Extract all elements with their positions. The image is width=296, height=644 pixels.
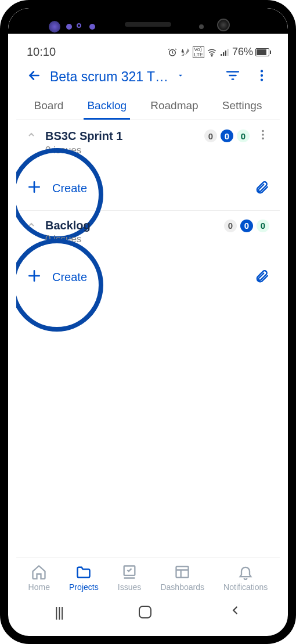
- create-label: Create: [52, 271, 87, 284]
- wifi-icon: [207, 47, 217, 57]
- nav-dashboards[interactable]: Dashboards: [160, 564, 204, 592]
- android-home-button[interactable]: [139, 606, 151, 618]
- nav-label: Dashboards: [160, 582, 204, 592]
- sprint-subtitle: 0 issues: [45, 145, 269, 156]
- nav-home[interactable]: Home: [28, 564, 50, 592]
- status-icons: Vo)LTE 76%: [167, 46, 269, 58]
- nav-projects[interactable]: Projects: [69, 564, 99, 592]
- svg-rect-9: [176, 567, 189, 578]
- nav-label: Issues: [118, 582, 141, 592]
- vibrate-icon: [180, 47, 190, 57]
- nav-label: Home: [28, 582, 50, 592]
- tab-board[interactable]: Board: [31, 95, 67, 120]
- svg-point-2: [261, 70, 263, 72]
- backlog-section: Backlog 0 0 0 0 issues Create: [16, 211, 280, 299]
- badge-done: 0: [237, 129, 250, 142]
- status-time: 10:10: [27, 45, 56, 59]
- plus-icon: [27, 179, 42, 197]
- sprint-section: BS3C Sprint 1 0 0 0 0 issues Create: [16, 120, 280, 211]
- create-label: Create: [52, 182, 87, 195]
- volte-icon: Vo)LTE: [193, 46, 204, 58]
- signal-icon: [219, 47, 230, 57]
- alarm-icon: [167, 47, 178, 57]
- create-issue-row[interactable]: Create: [27, 268, 269, 286]
- svg-point-6: [262, 134, 264, 136]
- plus-icon: [27, 268, 42, 286]
- status-bar: 10:10 Vo)LTE 76%: [16, 42, 280, 60]
- sprint-title[interactable]: BS3C Sprint 1: [45, 129, 122, 143]
- attach-button[interactable]: [254, 269, 269, 286]
- collapse-caret-icon[interactable]: [27, 130, 37, 142]
- backlog-subtitle: 0 issues: [45, 233, 269, 245]
- svg-point-5: [262, 130, 264, 132]
- project-dropdown-caret[interactable]: [176, 71, 185, 82]
- tab-backlog[interactable]: Backlog: [84, 95, 130, 120]
- svg-point-3: [261, 74, 263, 77]
- badge-todo: 0: [204, 129, 217, 142]
- tab-settings[interactable]: Settings: [219, 95, 266, 120]
- badge-inprogress: 0: [240, 220, 253, 232]
- badge-done: 0: [257, 220, 269, 232]
- battery-text: 76%: [232, 46, 253, 58]
- svg-point-7: [262, 138, 264, 140]
- svg-point-1: [211, 55, 212, 56]
- collapse-caret-icon[interactable]: [27, 220, 37, 232]
- create-issue-row[interactable]: Create: [27, 179, 269, 197]
- badge-todo: 0: [224, 220, 237, 232]
- nav-label: Notifications: [223, 582, 268, 592]
- battery-icon: [255, 48, 269, 56]
- svg-point-4: [261, 78, 263, 81]
- header-more-button[interactable]: [254, 68, 269, 85]
- android-nav-bar: | | |: [16, 596, 280, 628]
- nav-issues[interactable]: Issues: [118, 564, 141, 592]
- backlog-title[interactable]: Backlog: [45, 219, 91, 232]
- bottom-nav: Home Projects Issues Dashboards Notifica…: [16, 557, 280, 596]
- tab-bar: Board Backlog Roadmap Settings: [16, 91, 280, 120]
- android-back-button[interactable]: [229, 604, 241, 620]
- app-header: Beta scrum 321 T…: [16, 60, 280, 91]
- project-title[interactable]: Beta scrum 321 T…: [50, 69, 168, 85]
- badge-inprogress: 0: [221, 129, 233, 142]
- filter-button[interactable]: [225, 68, 240, 85]
- attach-button[interactable]: [254, 180, 269, 197]
- sprint-more-button[interactable]: [257, 128, 269, 143]
- nav-notifications[interactable]: Notifications: [223, 564, 268, 592]
- nav-label: Projects: [69, 582, 99, 592]
- back-button[interactable]: [27, 68, 42, 85]
- android-recent-button[interactable]: | | |: [55, 604, 62, 620]
- tab-roadmap[interactable]: Roadmap: [147, 95, 201, 120]
